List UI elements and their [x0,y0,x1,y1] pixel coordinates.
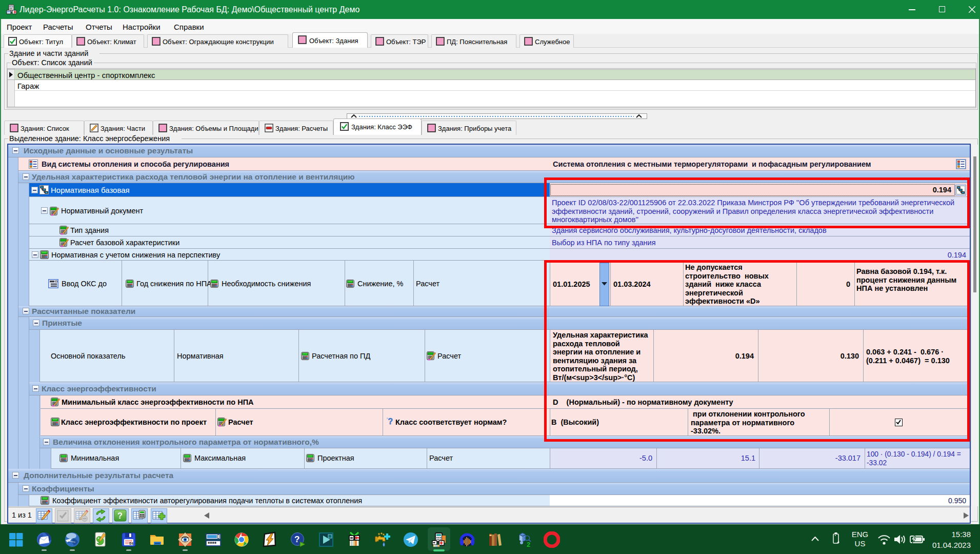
svg-text:****: **** [208,541,217,547]
svg-text:2: 2 [527,541,530,548]
svg-text:64: 64 [129,542,133,545]
svg-text:?: ? [117,511,123,520]
svg-text:?: ? [294,535,299,544]
